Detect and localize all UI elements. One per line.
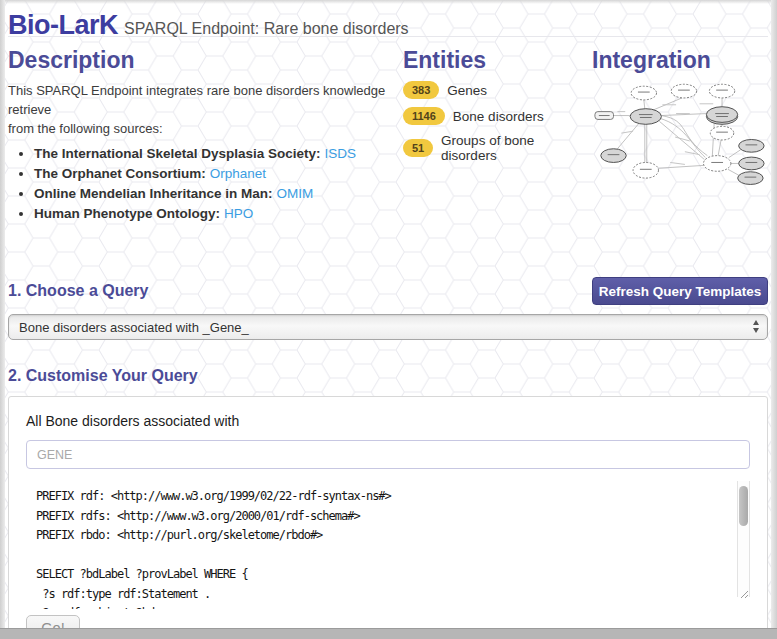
entity-label: Groups of bone disorders	[441, 133, 592, 163]
count-badge: 1146	[403, 107, 445, 125]
count-badge: 51	[403, 139, 433, 157]
entity-row-bone-disorders: 1146 Bone disorders	[403, 107, 592, 125]
integration-section: Integration	[592, 47, 768, 247]
description-intro: This SPARQL Endpoint integrates rare bon…	[8, 81, 403, 138]
entity-row-groups: 51 Groups of bone disorders	[403, 133, 592, 163]
customise-query-title: 2. Customise Your Query	[8, 367, 768, 385]
description-section: Description This SPARQL Endpoint integra…	[8, 47, 403, 247]
source-item: Online Mendelian Inheritance in Man:OMIM	[34, 186, 403, 201]
integration-title: Integration	[592, 47, 768, 74]
refresh-query-templates-button[interactable]: Refresh Query Templates	[592, 277, 768, 305]
source-item: The International Skeletal Dysplasia Soc…	[34, 146, 403, 161]
source-label: The International Skeletal Dysplasia Soc…	[34, 146, 321, 161]
window-top-edge	[0, 0, 777, 4]
choose-query-row: 1. Choose a Query Refresh Query Template…	[8, 277, 768, 305]
entity-row-genes: 383 Genes	[403, 81, 592, 99]
sparql-query-textarea[interactable]: PREFIX rdf: <http://www.w3.org/1999/02/2…	[26, 479, 750, 609]
entity-label: Bone disorders	[453, 109, 544, 124]
source-list: The International Skeletal Dysplasia Soc…	[8, 146, 403, 221]
sparql-editor-wrap: PREFIX rdf: <http://www.w3.org/1999/02/2…	[26, 479, 750, 613]
customise-query-card: All Bone disorders associated with PREFI…	[8, 396, 768, 639]
window-right-edge	[771, 0, 777, 628]
source-label: The Orphanet Consortium:	[34, 166, 206, 181]
window-left-edge	[0, 0, 5, 628]
app-logo[interactable]: Bio-LarK	[8, 10, 118, 41]
query-template-select-wrap: Bone disorders associated with _Gene_	[8, 314, 768, 340]
source-label: Online Mendelian Inheritance in Man:	[34, 186, 273, 201]
query-prompt: All Bone disorders associated with	[26, 413, 750, 430]
integration-diagram	[592, 81, 768, 197]
resize-handle-icon[interactable]	[737, 587, 750, 600]
source-link-orphanet[interactable]: Orphanet	[210, 166, 266, 181]
source-link-omim[interactable]: OMIM	[277, 186, 314, 201]
entities-section: Entities 383 Genes 1146 Bone disorders 5…	[403, 47, 592, 247]
textarea-scrollbar[interactable]	[737, 481, 750, 597]
query-template-select[interactable]: Bone disorders associated with _Gene_	[8, 314, 768, 340]
entity-label: Genes	[447, 83, 487, 98]
info-columns: Description This SPARQL Endpoint integra…	[8, 47, 768, 247]
scrollbar-thumb[interactable]	[739, 486, 748, 526]
entities-title: Entities	[403, 47, 592, 74]
gene-input[interactable]	[26, 440, 750, 469]
source-item: Human Phenotype Ontology:HPO	[34, 206, 403, 221]
source-link-hpo[interactable]: HPO	[224, 206, 253, 221]
source-label: Human Phenotype Ontology:	[34, 206, 220, 221]
page-subtitle: SPARQL Endpoint: Rare bone disorders	[124, 20, 409, 38]
count-badge: 383	[403, 81, 439, 99]
description-title: Description	[8, 47, 403, 74]
source-item: The Orphanet Consortium:Orphanet	[34, 166, 403, 181]
header: Bio-LarK SPARQL Endpoint: Rare bone diso…	[8, 0, 768, 37]
choose-query-title: 1. Choose a Query	[8, 282, 149, 300]
window-bottom-bar	[0, 628, 777, 639]
source-link-isds[interactable]: ISDS	[325, 146, 357, 161]
page: Bio-LarK SPARQL Endpoint: Rare bone diso…	[0, 0, 777, 639]
